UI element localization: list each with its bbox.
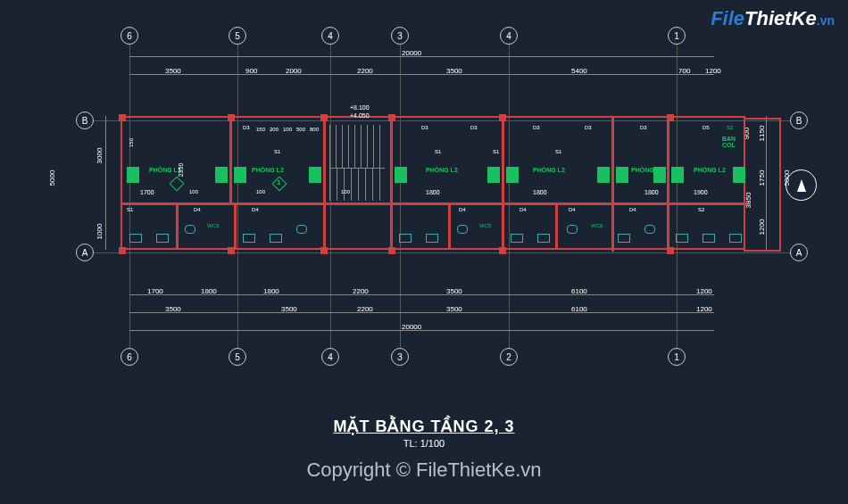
door-label: D5 <box>703 125 710 130</box>
wall <box>229 118 232 202</box>
door-label: D4 <box>520 207 527 212</box>
window-label: S1 <box>435 149 441 154</box>
dim-overall-left: 5000 <box>48 170 56 186</box>
dim-value: 2200 <box>357 305 373 313</box>
grid-line <box>94 252 790 253</box>
door-label: D3 <box>421 125 428 130</box>
dim-overall-bot: 20000 <box>402 323 421 331</box>
window-label: S1 <box>555 149 561 154</box>
furniture-icon <box>395 167 407 183</box>
dim-value: 1700 <box>140 189 154 195</box>
sink-icon <box>129 234 142 243</box>
door-label: D4 <box>194 207 201 212</box>
furniture-icon <box>234 167 246 183</box>
grid-bubble-4b: 4 <box>321 348 339 366</box>
grid-bubble-2b: 2 <box>500 348 518 366</box>
grid-bubble-B-left: B <box>76 112 94 129</box>
column <box>228 114 235 121</box>
grid-bubble-6: 6 <box>121 27 138 45</box>
furniture-icon <box>506 167 519 183</box>
toilet-icon <box>185 225 195 234</box>
dim-value: 1800 <box>426 189 440 195</box>
grid-bubble-B-right: B <box>790 112 808 129</box>
floor-plan-drawing: 6 5 4 3 4 1 6 5 4 3 2 1 B A B A 20000 35… <box>62 31 821 370</box>
dim-value: 1000 <box>96 224 104 240</box>
dim-value: 1200 <box>696 287 712 295</box>
grid-bubble-4: 4 <box>321 27 339 45</box>
room-label-l2: PHÒNG L2 <box>694 167 726 173</box>
logo-vn: .vn <box>817 13 835 28</box>
door-label: D4 <box>252 207 259 212</box>
staircase <box>329 125 385 201</box>
dim-value: 100 <box>256 189 265 194</box>
column <box>499 114 506 121</box>
grid-bubble-A-right: A <box>790 244 808 261</box>
dim-line <box>105 116 106 250</box>
grid-bubble-5b: 5 <box>229 348 246 366</box>
furniture-icon <box>733 167 745 183</box>
grid-bubble-1b: 1 <box>668 348 686 366</box>
wall <box>555 202 558 250</box>
column <box>320 247 328 254</box>
dim-value: 2350 <box>178 163 184 178</box>
room-label-l3: PHÒNG L3 <box>149 167 181 173</box>
column <box>228 247 235 254</box>
furniture-icon <box>671 167 684 183</box>
door-label: D4 <box>629 207 636 212</box>
column <box>667 247 674 254</box>
room-marker-icon <box>170 177 185 192</box>
brand-logo: FileThietKe.vn <box>711 7 835 30</box>
grid-bubble-6b: 6 <box>121 348 138 366</box>
dim-value: 3500 <box>281 305 297 313</box>
furniture-icon <box>309 167 321 183</box>
dim-value: 100 <box>283 127 292 132</box>
room-label-l2: PHÒNG L2 <box>533 167 565 173</box>
wc-label: WC5 <box>479 223 491 228</box>
wall <box>667 118 669 252</box>
dim-line <box>129 330 714 331</box>
level-marker-down: +4.050 <box>350 112 370 119</box>
window-label: S1 <box>127 207 133 212</box>
dim-value: 3500 <box>446 287 462 295</box>
dim-line <box>129 74 714 75</box>
dim-value: 5400 <box>571 67 587 75</box>
room-label-bancol: BAN COL <box>722 136 744 148</box>
toilet-icon <box>457 225 468 234</box>
dim-value: 6100 <box>571 305 587 313</box>
furniture-icon <box>653 167 666 183</box>
logo-file: File <box>711 7 744 29</box>
dim-value: 1800 <box>533 189 547 195</box>
door-label: D3 <box>533 125 540 130</box>
drawing-scale: TL: 1/100 <box>0 438 848 449</box>
door-label: D3 <box>585 125 592 130</box>
dim-value: 3500 <box>446 67 462 75</box>
sink-icon <box>270 234 282 243</box>
door-label: D3 <box>640 125 647 130</box>
grid-bubble-3b: 3 <box>391 348 409 366</box>
drawing-title: MẶT BẰNG TẦNG 2, 3 <box>0 417 848 436</box>
dim-value: 700 <box>678 67 690 75</box>
toilet-icon <box>644 225 655 234</box>
dim-value: 1800 <box>263 287 279 295</box>
dim-value: 2200 <box>357 67 373 75</box>
column <box>119 247 126 254</box>
sink-icon <box>618 234 630 243</box>
wall <box>122 202 747 205</box>
wall <box>448 202 451 250</box>
wall <box>234 202 237 250</box>
dim-line <box>129 294 714 295</box>
wall <box>176 202 179 250</box>
window-label: S2 <box>727 125 733 130</box>
grid-bubble-1: 1 <box>668 27 686 45</box>
dim-value: 1800 <box>644 189 659 195</box>
grid-bubble-3: 3 <box>391 27 409 45</box>
dim-value: 1200 <box>696 305 712 313</box>
grid-bubble-2: 4 <box>500 27 518 45</box>
dim-value: 150 <box>256 127 265 132</box>
sink-icon <box>399 234 412 243</box>
wc-label: WC3 <box>207 223 219 228</box>
column <box>499 247 506 254</box>
dim-value: 500 <box>296 127 305 132</box>
copyright-text: Copyright © FileThietKe.vn <box>0 459 848 482</box>
column <box>388 247 395 254</box>
